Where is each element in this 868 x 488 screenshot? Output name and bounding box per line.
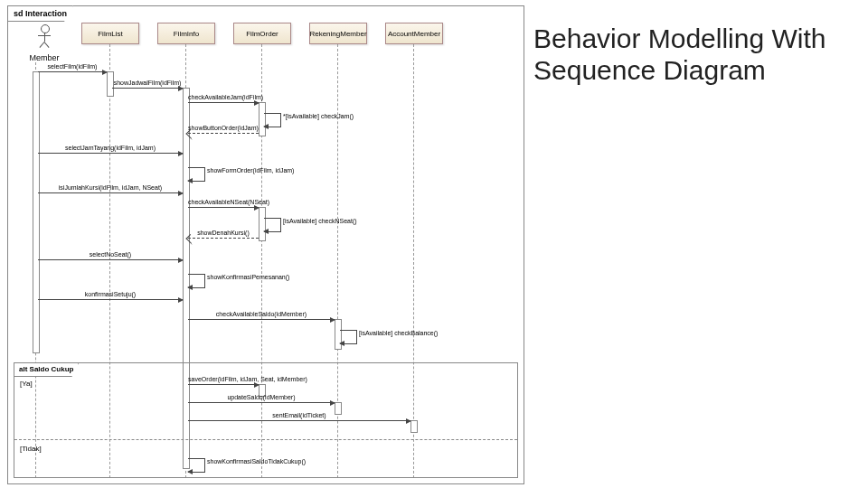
message-10: showDenahKursi() — [188, 238, 259, 239]
lifeline-rekening-head: RekeningMember — [309, 23, 367, 44]
message-5: selectJamTayang(idFilm, idJam) — [38, 153, 183, 154]
message-14: checkAvailableSaldo(idMember) — [188, 319, 335, 320]
message-label-7: isiJumlahKursi(idFilm, idJam, NSeat) — [38, 184, 183, 191]
message-11: selectNoSeat() — [38, 259, 183, 260]
message-label-14: checkAvailableSaldo(idMember) — [188, 311, 335, 317]
message-label-5: selectJamTayang(idFilm, idJam) — [38, 145, 183, 151]
alt-divider — [14, 439, 517, 440]
message-label-1: showJadwalFilm(idFilm) — [112, 80, 183, 86]
diagram-label: sd Interaction — [7, 5, 73, 22]
alt-guard-false: [Tidak] — [20, 445, 42, 453]
message-2: checkAvailableJam(idFilm) — [188, 102, 259, 103]
message-label-11: selectNoSeat() — [38, 251, 183, 258]
message-12 — [188, 274, 205, 288]
lifeline-member-head: Member — [26, 24, 62, 62]
slide-title: Behavior Modelling With Sequence Diagram — [533, 23, 868, 86]
lifeline-account-head: AccountMember — [385, 23, 443, 44]
lifeline-member-label: Member — [26, 53, 62, 62]
message-9 — [264, 218, 281, 232]
message-13: konfirmasiSetuju() — [38, 299, 183, 300]
lifeline-filmlist-head: FilmList — [81, 23, 139, 44]
activation-member — [33, 71, 40, 353]
message-19 — [188, 458, 205, 473]
message-label-12: showKonfirmasiPemesanan() — [207, 274, 289, 280]
message-17: updateSaldo(idMember) — [188, 402, 335, 403]
message-4: showButtonOrder(idJam) — [188, 133, 259, 134]
alt-fragment-label: alt Saldo Cukup — [14, 362, 79, 377]
message-8: checkAvailableNSeat(NSeat) — [188, 207, 259, 208]
message-label-6: showFormOrder(idFilm, idJam) — [207, 167, 294, 174]
message-label-3: *[isAvailable] checkJam() — [283, 113, 354, 119]
sequence-diagram-frame: sd Interaction Member FilmList FilmInfo … — [7, 5, 524, 484]
message-label-2: checkAvailableJam(idFilm) — [188, 94, 259, 100]
message-3 — [264, 113, 281, 127]
message-6 — [188, 167, 205, 182]
lifeline-filminfo-head: FilmInfo — [157, 23, 215, 44]
alt-guard-true: [Ya] — [20, 380, 33, 388]
message-15 — [340, 330, 357, 344]
message-label-0: selectFilm(idFilm) — [38, 63, 107, 70]
message-label-4: showButtonOrder(idJam) — [188, 125, 259, 131]
message-label-8: checkAvailableNSeat(NSeat) — [188, 199, 259, 205]
message-label-15: [isAvailable] checkBalance() — [359, 330, 438, 336]
message-7: isiJumlahKursi(idFilm, idJam, NSeat) — [38, 192, 183, 193]
message-16: saveOrder(idFilm, idJam, Seat, idMember) — [188, 384, 259, 385]
message-18: sentEmail(idTicket) — [188, 420, 410, 421]
message-label-18: sentEmail(idTicket) — [188, 412, 410, 418]
message-0: selectFilm(idFilm) — [38, 71, 107, 72]
message-label-19: showKonfirmasiSaldoTidakCukup() — [207, 458, 306, 465]
message-1: showJadwalFilm(idFilm) — [112, 88, 183, 89]
actor-stick-icon — [36, 24, 52, 52]
message-label-9: [isAvailable] checkNSeat() — [283, 218, 357, 224]
message-label-16: saveOrder(idFilm, idJam, Seat, idMember) — [188, 376, 259, 382]
message-label-10: showDenahKursi() — [188, 230, 259, 236]
message-label-13: konfirmasiSetuju() — [38, 291, 183, 297]
message-label-17: updateSaldo(idMember) — [188, 394, 335, 400]
lifeline-filmorder-head: FilmOrder — [233, 23, 291, 44]
